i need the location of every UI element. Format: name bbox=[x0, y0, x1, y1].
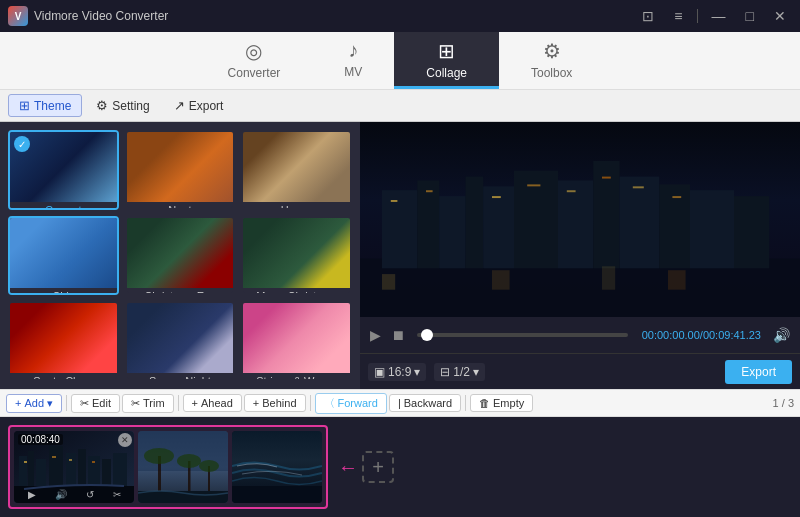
clip-1-close[interactable]: ✕ bbox=[118, 433, 132, 447]
aspect-ratio-selector[interactable]: ▣ 16:9 ▾ bbox=[368, 363, 426, 381]
stop-button[interactable]: ⏹ bbox=[389, 325, 407, 345]
svg-rect-29 bbox=[36, 459, 46, 488]
theme-merry-christmas-thumb bbox=[243, 218, 350, 288]
clip-3[interactable] bbox=[232, 431, 322, 503]
behind-icon: + bbox=[253, 397, 259, 409]
timecode: 00:00:00.00/00:09:41.23 bbox=[642, 329, 761, 341]
backward-button[interactable]: | Backward bbox=[389, 394, 461, 412]
layout-dropdown-icon: ▾ bbox=[473, 365, 479, 379]
layout-selector[interactable]: ⊟ 1/2 ▾ bbox=[434, 363, 485, 381]
tab-collage-label: Collage bbox=[426, 66, 467, 80]
clip-audio-icon[interactable]: 🔊 bbox=[55, 489, 67, 500]
clip-1-controls: ▶ 🔊 ↺ ✂ bbox=[14, 489, 134, 500]
divider-2 bbox=[178, 395, 179, 411]
theme-merry-christmas[interactable]: Merry Christmas bbox=[241, 216, 352, 296]
divider-3 bbox=[310, 395, 311, 411]
menu-button[interactable]: ≡ bbox=[668, 6, 688, 26]
forward-button[interactable]: 〈 Forward bbox=[315, 393, 387, 414]
svg-rect-13 bbox=[734, 196, 769, 268]
theme-snowy-night-thumb bbox=[127, 303, 234, 373]
setting-gear-icon: ⚙ bbox=[96, 98, 108, 113]
tab-mv[interactable]: ♪ MV bbox=[312, 32, 394, 89]
clip-2-svg bbox=[138, 431, 228, 503]
add-button[interactable]: + Add ▾ bbox=[6, 394, 62, 413]
empty-button[interactable]: 🗑 Empty bbox=[470, 394, 533, 412]
svg-rect-5 bbox=[466, 177, 484, 269]
ahead-button[interactable]: + Ahead bbox=[183, 394, 242, 412]
svg-rect-18 bbox=[567, 190, 576, 192]
setting-button[interactable]: ⚙ Setting bbox=[86, 95, 159, 116]
theme-button[interactable]: ⊞ Theme bbox=[8, 94, 82, 117]
svg-rect-4 bbox=[439, 196, 465, 268]
minimize-button[interactable]: — bbox=[706, 6, 732, 26]
action-bar: + Add ▾ ✂ Edit ✂ Trim + Ahead + Behind 〈… bbox=[0, 389, 800, 417]
tab-toolbox-label: Toolbox bbox=[531, 66, 572, 80]
clip-1-duration: 00:08:40 bbox=[18, 434, 63, 445]
app-icon-letter: V bbox=[15, 11, 22, 22]
theme-stripes-waves[interactable]: Stripes & Waves bbox=[241, 301, 352, 381]
chat-button[interactable]: ⊡ bbox=[636, 6, 660, 26]
play-button[interactable]: ▶ bbox=[368, 325, 383, 345]
timeline-track: 00:08:40 ✕ ▶ 🔊 ↺ ✂ bbox=[8, 425, 328, 509]
clip-cut-icon[interactable]: ✂ bbox=[113, 489, 121, 500]
tab-toolbox[interactable]: ⚙ Toolbox bbox=[499, 32, 604, 89]
svg-rect-30 bbox=[49, 446, 63, 488]
theme-chic-thumb bbox=[10, 218, 117, 288]
theme-christmas-eve[interactable]: Christmas Eve bbox=[125, 216, 236, 296]
svg-point-44 bbox=[144, 448, 174, 464]
edit-icon: ✂ bbox=[80, 397, 89, 410]
setting-label: Setting bbox=[112, 99, 149, 113]
clip-rotate-icon[interactable]: ↺ bbox=[86, 489, 94, 500]
svg-rect-10 bbox=[620, 177, 660, 269]
edit-button[interactable]: ✂ Edit bbox=[71, 394, 120, 413]
add-clip-button[interactable]: + bbox=[362, 451, 394, 483]
svg-rect-22 bbox=[382, 274, 395, 290]
svg-rect-20 bbox=[633, 186, 644, 188]
theme-chic[interactable]: Chic bbox=[8, 216, 119, 296]
bottom-controls-bar: ▣ 16:9 ▾ ⊟ 1/2 ▾ Export bbox=[360, 353, 800, 389]
tab-converter[interactable]: ◎ Converter bbox=[196, 32, 313, 89]
theme-santa-claus[interactable]: Santa Claus bbox=[8, 301, 119, 381]
time-total: 00:09:41.23 bbox=[703, 329, 761, 341]
theme-current[interactable]: Current ✓ bbox=[8, 130, 119, 210]
tab-collage[interactable]: ⊞ Collage bbox=[394, 32, 499, 89]
behind-button[interactable]: + Behind bbox=[244, 394, 306, 412]
city-background bbox=[360, 122, 800, 317]
progress-bar[interactable] bbox=[417, 333, 628, 337]
sub-toolbar: ⊞ Theme ⚙ Setting ↗ Export bbox=[0, 90, 800, 122]
close-button[interactable]: ✕ bbox=[768, 6, 792, 26]
clip-2[interactable] bbox=[138, 431, 228, 503]
export-arrow-icon: ↗ bbox=[174, 98, 185, 113]
theme-grid-icon: ⊞ bbox=[19, 98, 30, 113]
volume-button[interactable]: 🔊 bbox=[771, 325, 792, 345]
theme-happy[interactable]: Happy bbox=[241, 130, 352, 210]
svg-rect-15 bbox=[426, 190, 433, 192]
theme-happy-label: Happy bbox=[243, 202, 350, 210]
svg-rect-35 bbox=[113, 453, 127, 488]
svg-rect-17 bbox=[527, 184, 540, 186]
ahead-icon: + bbox=[192, 397, 198, 409]
clip-1-thumb: 00:08:40 ✕ ▶ 🔊 ↺ ✂ bbox=[14, 431, 134, 503]
trim-label: Trim bbox=[143, 397, 165, 409]
clip-1[interactable]: 00:08:40 ✕ ▶ 🔊 ↺ ✂ bbox=[14, 431, 134, 503]
theme-panel: Current ✓ Neat Happy Chic Christmas Eve … bbox=[0, 122, 360, 389]
theme-merry-christmas-label: Merry Christmas bbox=[243, 288, 350, 296]
theme-snowy-night[interactable]: Snowy Night bbox=[125, 301, 236, 381]
edit-label: Edit bbox=[92, 397, 111, 409]
page-indicator: 1 / 3 bbox=[773, 397, 794, 409]
theme-neat[interactable]: Neat bbox=[125, 130, 236, 210]
svg-rect-34 bbox=[102, 459, 111, 488]
theme-snowy-night-label: Snowy Night bbox=[127, 373, 234, 381]
timeline-area: 00:08:40 ✕ ▶ 🔊 ↺ ✂ bbox=[0, 417, 800, 517]
city-svg bbox=[360, 122, 800, 317]
clip-2-thumb bbox=[138, 431, 228, 503]
clip-play-icon[interactable]: ▶ bbox=[28, 489, 36, 500]
export-button[interactable]: Export bbox=[725, 360, 792, 384]
svg-point-46 bbox=[177, 454, 201, 468]
theme-christmas-eve-thumb bbox=[127, 218, 234, 288]
export-sub-button[interactable]: ↗ Export bbox=[164, 95, 234, 116]
aspect-icon: ▣ bbox=[374, 365, 385, 379]
maximize-button[interactable]: □ bbox=[740, 6, 760, 26]
trim-button[interactable]: ✂ Trim bbox=[122, 394, 174, 413]
theme-happy-thumb bbox=[243, 132, 350, 202]
